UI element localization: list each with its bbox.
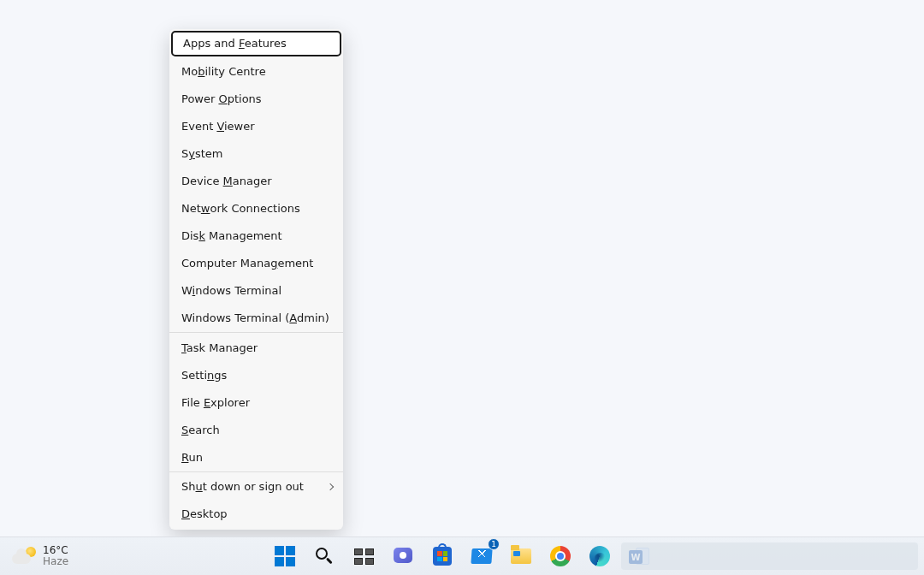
menu-item-label: Run (181, 451, 203, 464)
edge-icon (589, 546, 610, 566)
search-button[interactable] (313, 545, 335, 567)
menu-item-label: File Explorer (181, 396, 250, 409)
task-view-icon (354, 548, 374, 565)
menu-item-device-manager[interactable]: Device Manager (169, 168, 343, 195)
weather-condition: Haze (43, 556, 68, 567)
menu-item-windows-terminal[interactable]: Windows Terminal (169, 276, 343, 304)
start-button[interactable] (274, 545, 296, 567)
mail-badge: 1 (488, 538, 500, 550)
menu-item-label: Apps and Features (183, 37, 287, 50)
weather-haze-icon (12, 547, 36, 566)
menu-item-label: Task Manager (181, 341, 258, 354)
menu-item-label: Computer Management (181, 257, 313, 270)
menu-item-power-options[interactable]: Power Options (169, 86, 343, 113)
search-icon (316, 548, 333, 565)
menu-item-label: Device Manager (181, 175, 272, 187)
menu-item-system[interactable]: System (169, 140, 343, 168)
menu-item-shutdown-signout[interactable]: Shut down or sign out (169, 473, 343, 501)
menu-item-label: Search (181, 424, 220, 436)
menu-item-file-explorer[interactable]: File Explorer (169, 388, 343, 416)
menu-item-windows-terminal-admin[interactable]: Windows Terminal (Admin) (169, 304, 343, 331)
menu-item-label: Disk Management (181, 229, 282, 242)
file-explorer-icon (511, 548, 531, 564)
winx-context-menu: Apps and FeaturesMobility CentrePower Op… (169, 29, 343, 530)
microsoft-store-button[interactable] (431, 545, 453, 567)
menu-item-apps-features[interactable]: Apps and Features (171, 31, 341, 56)
taskbar-center-icons: 1 W (274, 537, 650, 575)
menu-item-mobility-centre[interactable]: Mobility Centre (169, 58, 343, 86)
file-explorer-button[interactable] (510, 545, 532, 567)
mail-button[interactable]: 1 (471, 545, 493, 567)
task-view-button[interactable] (352, 545, 375, 567)
system-tray-area[interactable] (621, 542, 918, 570)
mail-icon (471, 548, 492, 564)
menu-separator (169, 332, 343, 333)
menu-item-label: Shut down or sign out (181, 480, 304, 493)
menu-item-label: Windows Terminal (181, 284, 281, 297)
menu-item-computer-management[interactable]: Computer Management (169, 250, 343, 277)
menu-item-label: Mobility Centre (181, 65, 266, 78)
chrome-icon (550, 546, 571, 566)
menu-item-run[interactable]: Run (169, 443, 343, 471)
menu-item-label: Event Viewer (181, 120, 255, 133)
microsoft-store-icon (433, 547, 452, 566)
windows-logo-icon (275, 546, 295, 566)
menu-item-label: Power Options (181, 92, 262, 105)
menu-item-desktop[interactable]: Desktop (169, 501, 343, 528)
chrome-button[interactable] (549, 545, 572, 567)
taskbar: 16°C Haze 1 (0, 536, 924, 575)
menu-item-disk-management[interactable]: Disk Management (169, 222, 343, 250)
menu-item-label: Settings (181, 369, 227, 382)
chat-icon (394, 548, 412, 565)
menu-item-label: Windows Terminal (Admin) (181, 311, 329, 324)
chat-button[interactable] (392, 545, 414, 567)
menu-item-label: System (181, 147, 223, 160)
menu-item-label: Desktop (181, 507, 228, 520)
menu-item-label: Network Connections (181, 202, 300, 215)
menu-item-search[interactable]: Search (169, 416, 343, 443)
edge-button[interactable] (589, 545, 611, 567)
menu-item-network-connections[interactable]: Network Connections (169, 195, 343, 222)
menu-item-task-manager[interactable]: Task Manager (169, 334, 343, 361)
weather-widget[interactable]: 16°C Haze (0, 545, 163, 567)
menu-item-event-viewer[interactable]: Event Viewer (169, 113, 343, 140)
chevron-right-icon (327, 483, 334, 490)
menu-item-settings[interactable]: Settings (169, 361, 343, 388)
menu-separator (169, 471, 343, 472)
